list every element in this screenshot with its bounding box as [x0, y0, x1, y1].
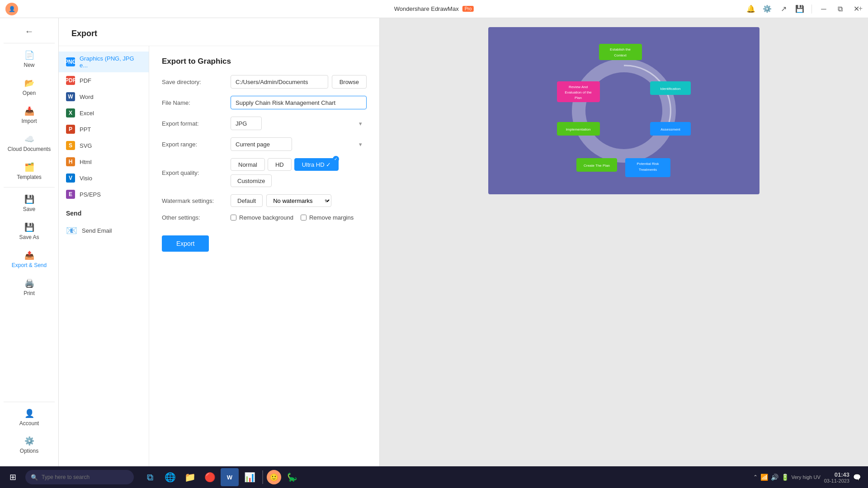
open-icon: 📂	[24, 78, 34, 88]
quality-normal-button[interactable]: Normal	[231, 158, 265, 171]
html-label: Html	[80, 159, 92, 165]
sub-sidebar-pseps[interactable]: E PS/EPS	[59, 186, 149, 202]
other-settings-checkboxes: Remove background Remove margins	[231, 214, 354, 221]
cloud-icon: ☁️	[24, 134, 34, 144]
browse-button[interactable]: Browse	[332, 75, 367, 89]
export-range-select[interactable]: Current page All pages Selected objects	[231, 137, 292, 151]
svg-text:Review And: Review And	[569, 85, 588, 89]
watermark-select[interactable]: No watermarks Add watermark	[266, 194, 331, 207]
sub-sidebar-word[interactable]: W Word	[59, 89, 149, 105]
preview-card: Establish the Context Identification Ass…	[488, 27, 760, 194]
sidebar-bottom: 👤 Account ⚙️ Options	[0, 400, 58, 463]
taskbar-app-word[interactable]: W	[221, 468, 239, 486]
taskbar-app-widgets[interactable]: ⧉	[141, 468, 159, 486]
send-email-item[interactable]: 📧 Send Email	[66, 221, 142, 239]
sidebar-item-open[interactable]: 📂 Open	[3, 74, 56, 101]
export-quality-row: Export quality: Normal HD Ultra HD ✓ Cus…	[162, 158, 367, 187]
remove-margins-checkbox[interactable]	[301, 215, 307, 221]
taskbar: ⊞ 🔍 ⧉ 🌐 📁 🔴 W 📊 🙂 🦕 ⌃ 📶 🔊 🔋 Very high UV…	[0, 466, 868, 488]
notification-icon[interactable]: 🔔	[745, 3, 757, 15]
restore-button[interactable]: ⧉	[834, 3, 846, 15]
sidebar-item-open-label: Open	[23, 90, 36, 96]
remove-margins-option[interactable]: Remove margins	[301, 214, 354, 221]
sidebar-item-cloud[interactable]: ☁️ Cloud Documents	[3, 130, 56, 157]
ppt-icon: P	[66, 125, 75, 134]
taskbar-app-browser1[interactable]: 🌐	[161, 468, 179, 486]
export-page-title: Export to Graphics	[162, 57, 367, 66]
taskbar-app-dino[interactable]: 🦕	[283, 468, 301, 486]
taskbar-app-explorer[interactable]: 📁	[181, 468, 199, 486]
taskbar-apps: ⧉ 🌐 📁 🔴 W 📊 🙂 🦕	[141, 468, 301, 486]
templates-icon: 🗂️	[24, 162, 34, 172]
main-area: ← 📄 New + 📂 Open 📥 Import ☁️ Cloud Docum…	[0, 18, 868, 466]
speaker-icon[interactable]: 🔊	[771, 474, 778, 481]
export-button[interactable]: Export	[162, 235, 209, 252]
graphics-label: Graphics (PNG, JPG e...	[80, 55, 142, 69]
taskbar-system-icons: ⌃ 📶 🔊 🔋 Very high UV	[753, 474, 821, 481]
svg-text:Evaluation of the: Evaluation of the	[565, 90, 592, 94]
save-directory-input[interactable]	[231, 75, 328, 89]
visio-icon: V	[66, 174, 75, 183]
svg-text:Assessment: Assessment	[660, 127, 680, 131]
chevron-up-icon[interactable]: ⌃	[753, 474, 758, 480]
customize-button[interactable]: Customize	[231, 174, 272, 187]
export-quality-label: Export quality:	[162, 169, 225, 176]
notification-center-icon[interactable]: 🗨️	[853, 474, 861, 481]
svg-label: SVG	[80, 142, 92, 149]
sidebar-item-templates[interactable]: 🗂️ Templates	[3, 158, 56, 185]
sidebar-item-save[interactable]: 💾 Save	[3, 190, 56, 217]
sidebar-item-export[interactable]: 📤 Export & Send	[3, 246, 56, 273]
svg-icon: S	[66, 141, 75, 150]
sidebar-item-import[interactable]: 📥 Import	[3, 102, 56, 129]
taskbar-app-avatar[interactable]: 🙂	[267, 470, 281, 484]
sidebar-item-print[interactable]: 🖨️ Print	[3, 274, 56, 301]
taskbar-time[interactable]: 01:43 03-11-2023	[824, 471, 849, 483]
back-button[interactable]: ←	[0, 22, 58, 41]
remove-background-checkbox[interactable]	[231, 215, 236, 221]
save-icon[interactable]: 💾	[793, 3, 806, 15]
share-icon[interactable]: ↗	[777, 3, 790, 15]
sub-sidebar-html[interactable]: H Html	[59, 154, 149, 170]
export-format-select[interactable]: JPG PNG BMP SVG	[231, 117, 262, 130]
pdf-label: PDF	[80, 77, 91, 84]
quality-ultrahd-button[interactable]: Ultra HD ✓	[294, 158, 339, 171]
app-title: Wondershare EdrawMax	[394, 5, 459, 12]
export-format-row: Export format: JPG PNG BMP SVG	[162, 117, 367, 130]
minimize-button[interactable]: ─	[817, 3, 830, 15]
user-avatar[interactable]: 👤	[5, 3, 18, 15]
start-button[interactable]: ⊞	[4, 468, 22, 486]
sub-sidebar-ppt[interactable]: P PPT	[59, 121, 149, 137]
quality-hd-button[interactable]: HD	[268, 158, 292, 171]
taskbar-search-area[interactable]: 🔍	[25, 470, 134, 484]
file-name-control	[231, 96, 367, 109]
taskbar-search-input[interactable]	[42, 474, 123, 480]
file-name-input[interactable]	[231, 96, 367, 109]
sidebar-item-options[interactable]: ⚙️ Options	[3, 432, 56, 459]
watermark-label: Watermark settings:	[162, 197, 225, 204]
settings-icon[interactable]: ⚙️	[761, 3, 774, 15]
sidebar-item-print-label: Print	[24, 290, 35, 296]
sidebar-item-account[interactable]: 👤 Account	[3, 404, 56, 431]
sub-sidebar-svg[interactable]: S SVG	[59, 137, 149, 154]
sub-sidebar-graphics[interactable]: PNG Graphics (PNG, JPG e...	[59, 52, 149, 72]
export-format-control: JPG PNG BMP SVG	[231, 117, 367, 130]
network-icon[interactable]: 📶	[760, 474, 768, 481]
sub-sidebar-visio[interactable]: V Visio	[59, 170, 149, 186]
save-directory-row: Save directory: Browse	[162, 75, 367, 89]
watermark-default-button[interactable]: Default	[231, 194, 263, 207]
file-name-label: File Name:	[162, 99, 225, 106]
sidebar-item-saveas[interactable]: 💾 Save As	[3, 218, 56, 245]
remove-background-option[interactable]: Remove background	[231, 214, 293, 221]
account-icon: 👤	[24, 408, 34, 418]
battery-icon[interactable]: 🔋	[781, 474, 789, 481]
svg-text:Plan: Plan	[575, 96, 582, 100]
sidebar: ← 📄 New + 📂 Open 📥 Import ☁️ Cloud Docum…	[0, 18, 59, 466]
sub-sidebar-pdf[interactable]: PDF PDF	[59, 72, 149, 89]
export-range-control: Current page All pages Selected objects	[231, 137, 367, 151]
taskbar-app-edraw[interactable]: 📊	[241, 468, 259, 486]
pro-badge: Pro	[462, 6, 474, 12]
sidebar-item-new[interactable]: 📄 New +	[3, 46, 56, 73]
sub-sidebar-excel[interactable]: X Excel	[59, 105, 149, 121]
sidebar-item-account-label: Account	[19, 420, 39, 427]
taskbar-app-chrome[interactable]: 🔴	[201, 468, 219, 486]
